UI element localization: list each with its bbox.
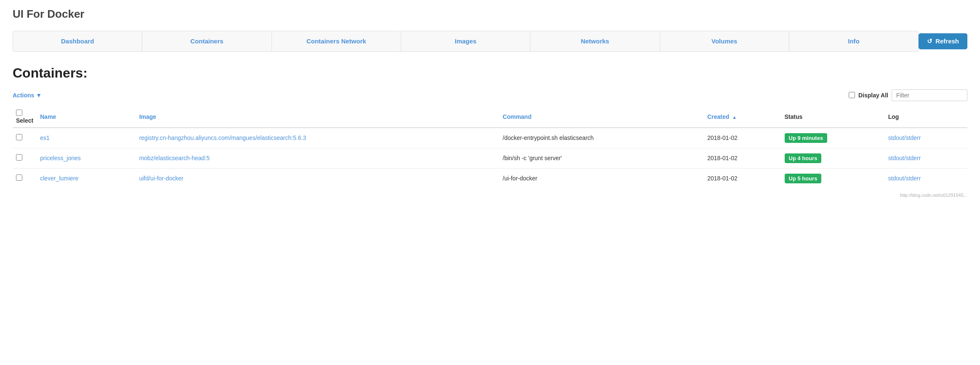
row-select-cell — [13, 148, 37, 168]
row-status-0: Up 9 minutes — [781, 128, 885, 148]
row-checkbox-2[interactable] — [16, 174, 22, 181]
nav-item-images[interactable]: Images — [401, 31, 530, 51]
row-name-1[interactable]: priceless_jones — [37, 148, 136, 168]
watermark: http://blog.csdn.net/u01291545... — [0, 188, 980, 202]
row-command-1: /bin/sh -c 'grunt server' — [499, 148, 704, 168]
sort-arrow-icon: ▲ — [732, 115, 737, 120]
col-header-created[interactable]: Created ▲ — [704, 105, 781, 128]
nav-item-volumes[interactable]: Volumes — [660, 31, 789, 51]
containers-table-container: Select Name Image Command Created ▲ Stat… — [0, 105, 980, 188]
row-log-0[interactable]: stdout/stderr — [885, 128, 967, 148]
row-created-1: 2018-01-02 — [704, 148, 781, 168]
row-status-1: Up 4 hours — [781, 148, 885, 168]
chevron-down-icon: ▼ — [36, 92, 42, 99]
col-header-image[interactable]: Image — [136, 105, 499, 128]
row-image-2[interactable]: uifd/ui-for-docker — [136, 168, 499, 188]
display-all-checkbox[interactable] — [849, 92, 855, 98]
app-title: UI For Docker — [0, 0, 980, 27]
row-name-0[interactable]: es1 — [37, 128, 136, 148]
display-all-label: Display All — [858, 92, 888, 99]
page-heading: Containers: — [0, 56, 980, 87]
display-all-area: Display All — [849, 89, 967, 101]
containers-table: Select Name Image Command Created ▲ Stat… — [13, 105, 967, 188]
refresh-icon: ↺ — [927, 38, 932, 45]
row-created-0: 2018-01-02 — [704, 128, 781, 148]
row-select-cell — [13, 128, 37, 148]
select-all-checkbox[interactable] — [16, 110, 22, 116]
nav-item-networks[interactable]: Networks — [530, 31, 660, 51]
col-header-log: Log — [885, 105, 967, 128]
table-row: es1 registry.cn-hangzhou.aliyuncs.com/ma… — [13, 128, 967, 148]
row-command-2: /ui-for-docker — [499, 168, 704, 188]
table-row: priceless_jones mobz/elasticsearch-head:… — [13, 148, 967, 168]
row-checkbox-0[interactable] — [16, 134, 22, 140]
row-status-2: Up 5 hours — [781, 168, 885, 188]
table-row: clever_lumiere uifd/ui-for-docker /ui-fo… — [13, 168, 967, 188]
col-header-select: Select — [13, 105, 37, 128]
row-log-1[interactable]: stdout/stderr — [885, 148, 967, 168]
col-header-command[interactable]: Command — [499, 105, 704, 128]
nav-item-dashboard[interactable]: Dashboard — [13, 31, 142, 51]
table-header-row: Select Name Image Command Created ▲ Stat… — [13, 105, 967, 128]
row-log-2[interactable]: stdout/stderr — [885, 168, 967, 188]
row-image-1[interactable]: mobz/elasticsearch-head:5 — [136, 148, 499, 168]
col-header-status: Status — [781, 105, 885, 128]
nav-item-containers-network[interactable]: Containers Network — [272, 31, 401, 51]
actions-button[interactable]: Actions ▼ — [13, 92, 42, 99]
row-command-0: /docker-entrypoint.sh elasticsearch — [499, 128, 704, 148]
main-nav: Dashboard Containers Containers Network … — [13, 31, 919, 52]
toolbar: Actions ▼ Display All — [0, 87, 980, 105]
row-image-0[interactable]: registry.cn-hangzhou.aliyuncs.com/mangue… — [136, 128, 499, 148]
refresh-button[interactable]: ↺ Refresh — [919, 33, 967, 49]
col-header-name[interactable]: Name — [37, 105, 136, 128]
row-created-2: 2018-01-02 — [704, 168, 781, 188]
filter-input[interactable] — [892, 89, 967, 101]
row-checkbox-1[interactable] — [16, 154, 22, 161]
row-name-2[interactable]: clever_lumiere — [37, 168, 136, 188]
row-select-cell — [13, 168, 37, 188]
nav-item-containers[interactable]: Containers — [142, 31, 272, 51]
nav-item-info[interactable]: Info — [789, 31, 918, 51]
